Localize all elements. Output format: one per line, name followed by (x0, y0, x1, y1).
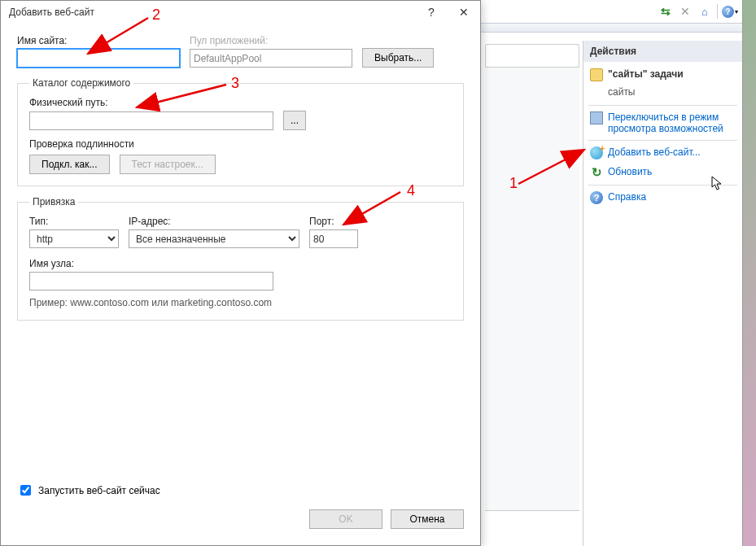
add-website-dialog: Добавить веб-сайт ? ✕ Имя сайта: Пул при… (0, 0, 481, 546)
toolbar-stop-icon[interactable]: ✕ (676, 2, 694, 20)
host-label: Имя узла: (29, 258, 452, 269)
ok-button: OK (309, 509, 382, 529)
select-apppool-button[interactable]: Выбрать... (362, 48, 434, 68)
dialog-help-button[interactable]: ? (415, 2, 448, 23)
apppool-input (190, 49, 352, 68)
test-settings-button: Тест настроек... (120, 155, 216, 174)
add-website-link[interactable]: Добавить веб-сайт... (583, 143, 742, 163)
actions-task-title: "сайты" задачи (583, 65, 742, 85)
connect-as-button[interactable]: Подкл. как... (29, 155, 110, 174)
cancel-button[interactable]: Отмена (391, 509, 464, 529)
port-label: Порт: (309, 216, 358, 227)
content-directory-legend: Каталог содержимого (29, 77, 133, 89)
host-example: Пример: www.contoso.com или marketing.co… (29, 297, 452, 308)
start-now-checkbox-row[interactable]: Запустить веб-сайт сейчас (17, 483, 464, 498)
site-name-label: Имя сайта: (17, 35, 180, 46)
folder-icon (590, 68, 603, 81)
auth-label: Проверка подлинности (29, 138, 452, 150)
ip-label: IP-адрес: (129, 216, 299, 227)
dialog-title: Добавить веб-сайт (9, 7, 94, 18)
refresh-icon: ↻ (590, 166, 603, 179)
dialog-titlebar[interactable]: Добавить веб-сайт ? ✕ (1, 1, 480, 24)
dialog-close-button[interactable]: ✕ (448, 2, 480, 23)
site-name-input[interactable] (17, 49, 180, 68)
apppool-label: Пул приложений: (190, 35, 352, 46)
iis-toolbar: ⇆ ✕ ⌂ ? ▾ (657, 0, 742, 23)
refresh-link[interactable]: ↻ Обновить (583, 163, 742, 182)
port-input[interactable] (309, 229, 358, 248)
toolbar-sync-icon[interactable]: ⇆ (657, 2, 675, 20)
view-toggle-link[interactable]: Переключиться в режим просмотра возможно… (583, 108, 742, 138)
iis-content-area (481, 41, 583, 533)
type-label: Тип: (29, 216, 119, 227)
globe-add-icon (590, 146, 603, 159)
actions-task-sub: сайты (583, 85, 742, 103)
type-select[interactable]: http (29, 229, 119, 248)
actions-header: Действия (583, 41, 742, 62)
toolbar-home-icon[interactable]: ⌂ (696, 2, 714, 20)
physical-path-label: Физический путь: (29, 97, 452, 108)
binding-group: Привязка Тип: http IP-адрес: Все неназна… (17, 196, 464, 321)
help-icon: ? (590, 191, 603, 204)
grid-icon (590, 111, 603, 124)
physical-path-input[interactable] (29, 111, 273, 130)
toolbar-help-icon[interactable]: ? ▾ (721, 2, 739, 20)
start-now-checkbox[interactable] (20, 485, 31, 496)
help-link[interactable]: ? Справка (583, 188, 742, 207)
start-now-label: Запустить веб-сайт сейчас (38, 485, 160, 496)
ip-select[interactable]: Все неназначенные (129, 229, 299, 248)
browse-path-button[interactable]: ... (283, 111, 306, 130)
binding-legend: Привязка (29, 196, 78, 207)
content-directory-group: Каталог содержимого Физический путь: ...… (17, 77, 464, 186)
host-input[interactable] (29, 272, 273, 290)
actions-pane: Действия "сайты" задачи сайты Переключит… (583, 41, 742, 546)
